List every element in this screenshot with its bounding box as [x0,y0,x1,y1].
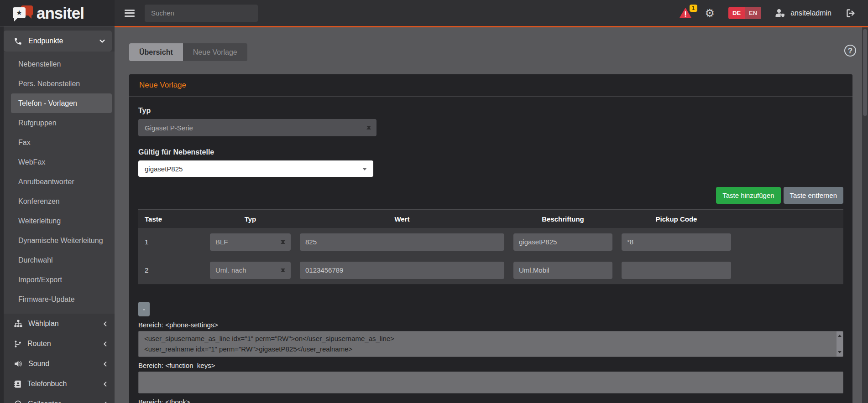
textarea-scrollbar[interactable] [837,331,843,356]
address-book-icon [14,380,22,388]
nebenstelle-select[interactable]: gigasetP825 [138,160,373,177]
key-wert-input[interactable] [300,262,504,279]
sidebar-submenu-endpunkte: Nebenstellen Pers. Nebenstellen Telefon … [4,52,115,314]
main-content: Übersicht Neue Vorlage ? Neue Vorlage Ty… [115,26,868,403]
tbook-label: Bereich: <tbook> [138,398,843,403]
menu-toggle-icon[interactable] [125,9,136,18]
table-row: 2 Uml. nach [138,256,843,284]
typ-label: Typ [138,107,843,115]
key-typ-select[interactable]: Uml. nach [210,262,291,279]
sitemap-icon [14,320,23,328]
caret-down-icon [362,168,367,173]
tab-uebersicht[interactable]: Übersicht [129,43,183,61]
sidebar-item-konferenzen[interactable]: Konferenzen [4,191,115,211]
scroll-up-icon[interactable] [838,333,842,337]
warning-notifications-button[interactable]: 1 [680,8,691,19]
key-beschriftung-input[interactable] [513,233,612,251]
key-beschriftung-input[interactable] [513,262,612,279]
sidebar-section-waehlplan[interactable]: Wählplan [4,314,115,334]
sidebar-section-label: Endpunkte [28,37,63,45]
warning-count-badge: 1 [690,5,697,12]
sidebar-section-sound[interactable]: Sound [4,354,115,374]
function-keys-label: Bereich: <function_keys> [138,362,843,369]
branch-icon [14,340,22,348]
headset-icon [14,400,22,403]
username: ansiteladmin [790,9,831,17]
star-icon: ★ [16,9,22,16]
sidebar: Endpunkte Nebenstellen Pers. Nebenstelle… [0,26,115,403]
sidebar-item-nebenstellen[interactable]: Nebenstellen [4,54,115,74]
keys-table-header: Taste Typ Wert Beschriftung Pickup Code [138,210,843,228]
header-actions: 1 ⚙ DE EN ansiteladmin [680,7,868,19]
key-typ-value: BLF [215,238,228,246]
sidebar-item-durchwahl[interactable]: Durchwahl [4,250,115,270]
collapse-button[interactable]: - [138,302,150,316]
tab-neue-vorlage[interactable]: Neue Vorlage [183,43,247,61]
table-row: 1 BLF [138,228,843,256]
sidebar-item-fax[interactable]: Fax [4,133,115,152]
key-typ-select[interactable]: BLF [210,233,291,251]
logo-white-bubble-icon: ★ [13,7,26,18]
user-shield-icon [775,8,786,18]
typ-select[interactable]: Gigaset P-Serie [138,119,376,136]
page-tabs: Übersicht Neue Vorlage [129,43,247,61]
sidebar-section-endpunkte[interactable]: Endpunkte [4,31,112,52]
col-header-pickup-code: Pickup Code [617,215,736,223]
key-buttons-row: Taste hinzufügen Taste entfernen [138,187,843,204]
top-header: ★ ansitel 1 ⚙ DE EN [0,0,868,26]
chevron-left-icon [102,321,108,327]
sidebar-item-firmware-update[interactable]: Firmware-Update [4,289,115,309]
logout-icon[interactable] [845,8,856,18]
sort-arrows-icon [281,239,285,245]
phone-settings-textarea[interactable]: <user_sipusername_as_line idx="1" perm="… [138,331,843,357]
sidebar-item-weiterleitung[interactable]: Weiterleitung [4,211,115,231]
col-header-taste: Taste [138,215,205,223]
key-pickup-input[interactable] [622,262,731,279]
sidebar-section-telefonbuch[interactable]: Telefonbuch [4,374,115,394]
logo-text: ansitel [37,4,84,22]
nebenstelle-select-value: gigasetP825 [145,165,183,173]
sidebar-item-telefon-vorlagen[interactable]: Telefon - Vorlagen [11,93,112,113]
remove-key-button[interactable]: Taste entfernen [784,187,843,204]
chevron-left-icon [102,401,108,403]
sidebar-item-anrufbeantworter[interactable]: Anrufbeantworter [4,172,115,191]
key-wert-input[interactable] [300,233,504,251]
chevron-left-icon [102,381,108,387]
keys-table: Taste Typ Wert Beschriftung Pickup Code … [138,209,843,284]
sidebar-item-webfax[interactable]: WebFax [4,152,115,172]
logo[interactable]: ★ ansitel [0,0,115,26]
scrollbar-thumb[interactable] [863,29,867,116]
gear-icon[interactable]: ⚙ [705,8,715,19]
speaker-icon [14,360,23,368]
key-pickup-input[interactable] [622,233,731,251]
help-icon[interactable]: ? [844,45,856,57]
user-menu[interactable]: ansiteladmin [775,8,831,18]
sidebar-item-import-export[interactable]: Import/Export [4,270,115,289]
sidebar-item-rufgruppen[interactable]: Rufgruppen [4,113,115,133]
chevron-left-icon [102,341,108,347]
panel-body: Typ Gigaset P-Serie Gültig für Nebenstel… [129,97,852,403]
phone-icon [14,37,22,46]
lang-en-button[interactable]: EN [745,7,761,19]
search-input[interactable] [145,5,258,22]
scroll-down-icon[interactable] [838,351,842,355]
phone-settings-area: <user_sipusername_as_line idx="1" perm="… [138,331,843,357]
lang-de-button[interactable]: DE [728,7,745,19]
add-key-button[interactable]: Taste hinzufügen [716,187,780,204]
col-header-beschriftung: Beschriftung [509,215,617,223]
sort-arrows-icon [281,267,285,274]
function-keys-textarea[interactable] [138,372,843,393]
page-scrollbar[interactable] [862,27,868,403]
sidebar-section-routen[interactable]: Routen [4,334,115,354]
sort-arrows-icon [366,124,371,131]
panel-neue-vorlage: Neue Vorlage Typ Gigaset P-Serie Gültig … [129,74,852,403]
sidebar-section-callcenter[interactable]: Callcenter [4,394,115,403]
chevron-left-icon [102,361,108,367]
logo-speech-bubbles-icon: ★ [12,4,35,22]
col-header-wert: Wert [295,215,509,223]
sidebar-item-pers-nebenstellen[interactable]: Pers. Nebenstellen [4,74,115,93]
key-typ-value: Uml. nach [215,266,246,274]
col-header-typ: Typ [205,215,295,223]
sidebar-item-dynamische-weiterleitung[interactable]: Dynamische Weiterleitung [4,231,115,250]
nebenstelle-label: Gültig für Nebenstelle [138,148,843,156]
